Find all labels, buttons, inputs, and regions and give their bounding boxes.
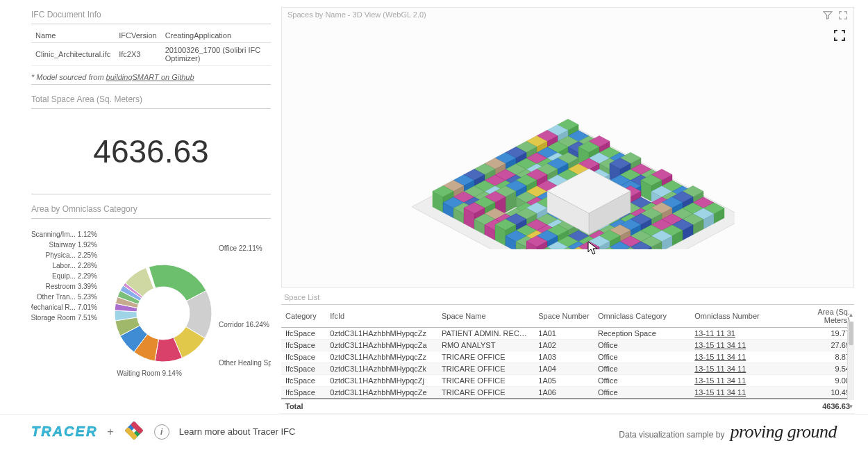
footer: TRACER + i Learn more about Tracer IFC D…	[0, 414, 868, 450]
donut-label: Storage Room 7.51%	[31, 314, 97, 322]
donut-label: Labor... 2.28%	[53, 262, 98, 269]
filter-icon[interactable]	[823, 10, 833, 22]
total-value: 4636.63	[787, 399, 854, 414]
grid-col-2[interactable]: Space Name	[437, 305, 534, 328]
scroll-down-icon[interactable]: ▼	[848, 403, 854, 410]
omniclass-link[interactable]: 13-15 11 34 11	[690, 351, 787, 363]
3d-viewer[interactable]: Spaces by Name - 3D View (WebGL 2.0)	[281, 7, 854, 288]
donut-label: Equip... 2.29%	[52, 272, 97, 280]
omniclass-link[interactable]: 13-11 11 31	[690, 328, 787, 340]
total-area-panel: Total Space Area (Sq. Meters) 4636.63	[31, 92, 271, 194]
omniclass-link[interactable]: 13-15 11 34 11	[690, 387, 787, 399]
donut-title: Area by Omniclass Category	[31, 201, 271, 219]
donut-label: Scanning/Im... 1.12%	[31, 231, 97, 238]
donut-label: Corridor 16.24%	[219, 321, 269, 328]
space-list-panel: Space List CategoryIfcIdSpace NameSpace …	[281, 292, 854, 414]
col-name[interactable]: Name	[31, 28, 115, 43]
space-list-title: Space List	[281, 292, 854, 304]
source-link[interactable]: buildingSMART on Github	[106, 73, 194, 81]
total-area-value: 4636.63	[31, 113, 271, 194]
doc-info-table: Name IFCVersion CreatingApplication Clin…	[31, 28, 271, 66]
donut-chart[interactable]: Scanning/Im... 1.12%Stairway 1.92%Physic…	[31, 223, 271, 397]
source-note: * Model sourced from buildingSMART on Gi…	[31, 66, 271, 85]
total-area-title: Total Space Area (Sq. Meters)	[31, 92, 271, 109]
scroll-thumb[interactable]	[849, 322, 853, 345]
table-row[interactable]: IfcSpace0ztdC3L1HAzhbhMHypqcZzPATIENT AD…	[281, 328, 854, 340]
footer-caption: Data visualization sample by	[619, 430, 724, 440]
grid-scrollbar[interactable]: ▲ ▼	[847, 322, 854, 400]
space-list-grid: CategoryIfcIdSpace NameSpace NumberOmnic…	[281, 305, 854, 414]
tracer-logo[interactable]: TRACER	[31, 424, 97, 440]
omniclass-link[interactable]: 13-15 11 34 11	[690, 363, 787, 375]
donut-label: Other Healing Spaces 10.04%	[219, 359, 271, 367]
info-icon[interactable]: i	[154, 424, 169, 440]
grid-col-1[interactable]: IfcId	[326, 305, 437, 328]
fullscreen-icon[interactable]	[834, 30, 845, 43]
grid-col-3[interactable]: Space Number	[534, 305, 594, 328]
grid-col-4[interactable]: Omniclass Category	[594, 305, 690, 328]
grid-col-6[interactable]: Area (Sq. Meters)	[787, 305, 854, 328]
donut-label: Physica... 2.25%	[46, 251, 98, 259]
grid-col-5[interactable]: Omniclass Number	[690, 305, 787, 328]
table-row[interactable]: IfcSpace0ztdC3L1HAzhbhMHypqcZzTRICARE OF…	[281, 351, 854, 363]
doc-info-panel: IFC Document Info Name IFCVersion Creati…	[31, 7, 271, 92]
omniclass-link[interactable]: 13-15 11 34 11	[690, 375, 787, 387]
ifc-logo-icon[interactable]	[124, 420, 144, 443]
total-label: Total	[281, 399, 326, 414]
table-row[interactable]: IfcSpace0ztdC3L1HAzhbhMHypqcZaRMO ANALYS…	[281, 340, 854, 351]
donut-label: Office 22.11%	[219, 244, 262, 252]
donut-label: Stairway 1.92%	[49, 241, 98, 249]
table-row[interactable]: IfcSpace0ztdC3L1HAzhbhMHypqcZeTRICARE OF…	[281, 387, 854, 399]
col-version[interactable]: IFCVersion	[115, 28, 160, 43]
table-row[interactable]: IfcSpace0ztdC3L1HAzhbhMHypqcZjTRICARE OF…	[281, 375, 854, 387]
donut-label: Other Tran... 5.23%	[37, 293, 97, 301]
3d-model[interactable]	[401, 20, 735, 251]
col-app[interactable]: CreatingApplication	[161, 28, 271, 43]
donut-label: Restroom 3.39%	[46, 283, 98, 290]
proving-ground-logo[interactable]: proving ground	[730, 422, 837, 442]
donut-panel: Area by Omniclass Category Scanning/Im..…	[31, 201, 271, 397]
learn-more-link[interactable]: Learn more about Tracer IFC	[179, 426, 296, 437]
doc-info-row: Clinic_Architectural.ifc Ifc2X3 20100326…	[31, 43, 271, 66]
donut-label: Mechanical R... 7.01%	[31, 303, 97, 311]
doc-info-title: IFC Document Info	[31, 7, 271, 24]
plus-icon: +	[107, 426, 113, 438]
viewer-title: Spaces by Name - 3D View (WebGL 2.0)	[287, 10, 426, 19]
table-row[interactable]: IfcSpace0ztdC3L1HAzhbhMHypqcZkTRICARE OF…	[281, 363, 854, 375]
grid-col-0[interactable]: Category	[281, 305, 326, 328]
donut-label: Waiting Room 9.14%	[117, 369, 182, 377]
focus-icon[interactable]	[838, 10, 848, 22]
scroll-up-icon[interactable]: ▲	[848, 312, 854, 318]
omniclass-link[interactable]: 13-15 11 34 11	[690, 340, 787, 351]
